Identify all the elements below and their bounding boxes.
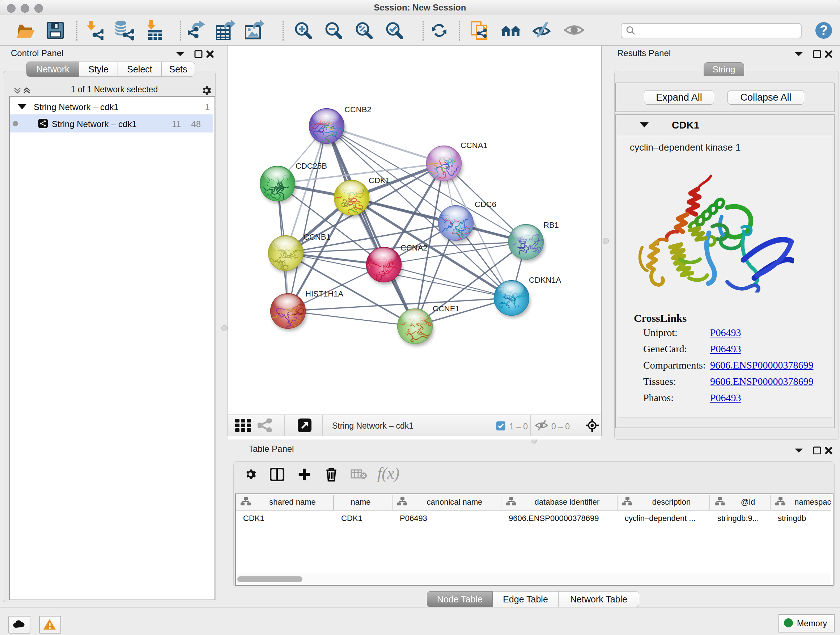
svg-text:CCNB1: CCNB1 (303, 233, 331, 241)
svg-text:CDC25B: CDC25B (295, 162, 327, 171)
svg-text:CDKN1A: CDKN1A (529, 276, 561, 285)
svg-text:CDK1: CDK1 (369, 176, 390, 185)
svg-text:CCNA1: CCNA1 (461, 141, 488, 150)
svg-text:HIST1H1A: HIST1H1A (305, 289, 343, 298)
svg-text:CDC6: CDC6 (475, 200, 496, 209)
svg-text:CCNE1: CCNE1 (433, 304, 460, 313)
svg-text:CCNA2: CCNA2 (401, 243, 428, 252)
svg-text:CCNB2: CCNB2 (344, 105, 371, 114)
svg-text:RB1: RB1 (543, 220, 559, 230)
